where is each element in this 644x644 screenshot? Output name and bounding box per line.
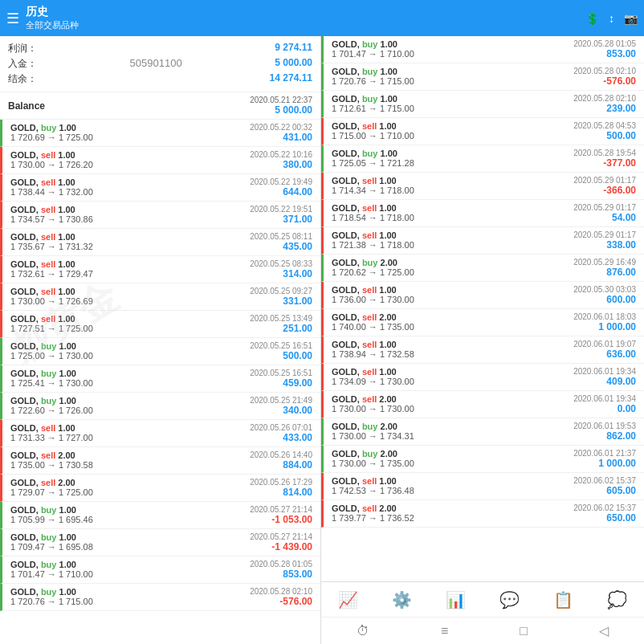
menu-icon[interactable]: ☰: [6, 10, 19, 27]
trade-item[interactable]: GOLD, sell 2.00 1 740.00 → 1 735.00 2020…: [321, 309, 644, 336]
header-subtitle: 全部交易品种: [26, 19, 579, 31]
trade-right: 2020.05.26 17:29 814.00: [250, 478, 312, 498]
nav-settings-icon[interactable]: ⚙️: [392, 590, 412, 609]
profit-value: 9 274.11: [275, 42, 312, 55]
trade-item[interactable]: GOLD, buy 1.00 1 712.61 → 1 715.00 2020.…: [321, 91, 644, 118]
trade-type: GOLD, buy 1.00: [10, 532, 93, 542]
sort-icon[interactable]: ↕: [609, 12, 614, 25]
trade-item[interactable]: GOLD, buy 1.00 1 720.76 → 1 715.00 2020.…: [321, 63, 644, 91]
trade-item[interactable]: GOLD, sell 1.00 1 721.38 → 1 718.00 2020…: [321, 227, 644, 255]
trade-prices: 1 730.00 → 1 726.69: [10, 296, 93, 306]
trade-prices: 1 709.47 → 1 695.08: [10, 542, 93, 552]
trade-right: 2020.05.26 07:01 433.00: [250, 423, 312, 443]
trade-left: GOLD, buy 2.00 1 730.00 → 1 735.00: [332, 449, 414, 468]
trade-profit: -1 053.00: [250, 514, 312, 525]
trade-prices: 1 727.51 → 1 725.00: [10, 324, 93, 333]
trade-prices: 1 718.54 → 1 718.00: [332, 213, 414, 222]
trade-type: GOLD, sell 1.00: [332, 121, 414, 131]
trade-item[interactable]: GOLD, sell 1.00 1 718.54 → 1 718.00 2020…: [321, 200, 644, 227]
trade-prices: 1 734.09 → 1 730.00: [332, 377, 414, 386]
trade-item[interactable]: GOLD, sell 1.00 1 734.09 → 1 730.00 2020…: [321, 364, 644, 391]
nav-analytics-icon[interactable]: 📊: [446, 590, 466, 609]
dollar-icon[interactable]: 💲: [585, 12, 599, 25]
trade-item[interactable]: GOLD, sell 1.00 1 732.61 → 1 729.47 2020…: [0, 256, 320, 283]
trade-prices: 1 732.61 → 1 729.47: [10, 269, 93, 279]
sub-nav-window-icon[interactable]: □: [520, 624, 528, 638]
nav-chart-icon[interactable]: 📈: [338, 590, 358, 609]
trade-item[interactable]: GOLD, buy 1.00 1 725.05 → 1 721.28 2020.…: [321, 145, 644, 173]
trade-item[interactable]: GOLD, buy 1.00 1 722.60 → 1 726.00 2020.…: [0, 393, 320, 420]
trade-item[interactable]: GOLD, sell 1.00 1 730.00 → 1 726.69 2020…: [0, 283, 320, 311]
trade-left: GOLD, sell 1.00 1 730.00 → 1 726.20: [10, 150, 93, 169]
trade-right: 2020.06.01 18:03 1 000.00: [573, 312, 636, 332]
left-trade-list[interactable]: GOLD, buy 1.00 1 720.69 → 1 725.00 2020.…: [0, 120, 320, 644]
trade-right: 2020.05.28 04:53 500.00: [573, 121, 636, 141]
trade-item[interactable]: GOLD, sell 2.00 1 730.00 → 1 730.00 2020…: [321, 391, 644, 418]
trade-date: 2020.05.29 01:17: [573, 176, 636, 185]
trade-type: GOLD, buy 1.00: [332, 94, 414, 104]
right-panel: GOLD, buy 1.00 1 701.47 → 1 710.00 2020.…: [321, 36, 644, 644]
trade-item[interactable]: GOLD, buy 1.00 1 701.47 → 1 710.00 2020.…: [321, 36, 644, 63]
trade-left: GOLD, buy 1.00 1 709.47 → 1 695.08: [10, 532, 93, 552]
trade-item[interactable]: GOLD, buy 1.00 1 701.47 → 1 710.00 2020.…: [0, 556, 320, 584]
trade-prices: 1 720.76 → 1 715.00: [10, 597, 93, 606]
trade-profit: 853.00: [573, 48, 636, 59]
sub-nav-back-icon[interactable]: ◁: [599, 623, 609, 638]
trade-date: 2020.05.27 21:14: [250, 532, 312, 541]
trade-profit: -377.00: [573, 157, 636, 169]
trade-item[interactable]: GOLD, buy 2.00 1 730.00 → 1 735.00 2020.…: [321, 446, 644, 473]
trade-item[interactable]: GOLD, buy 1.00 1 725.00 → 1 730.00 2020.…: [0, 338, 320, 365]
trade-left: GOLD, sell 2.00 1 739.77 → 1 736.52: [332, 503, 414, 523]
trade-item[interactable]: GOLD, buy 2.00 1 720.62 → 1 725.00 2020.…: [321, 255, 644, 282]
trade-prices: 1 735.67 → 1 731.32: [10, 242, 93, 251]
trade-type: GOLD, sell 2.00: [332, 394, 414, 404]
nav-message-icon[interactable]: 💬: [499, 590, 520, 609]
trade-item[interactable]: GOLD, sell 2.00 1 735.00 → 1 730.58 2020…: [0, 447, 320, 475]
trade-item[interactable]: GOLD, buy 1.00 1 720.69 → 1 725.00 2020.…: [0, 120, 320, 147]
nav-chat-icon[interactable]: 💭: [607, 590, 627, 609]
trade-left: GOLD, sell 1.00 1 727.51 → 1 725.00: [10, 314, 93, 333]
trade-item[interactable]: GOLD, buy 1.00 1 720.76 → 1 715.00 2020.…: [0, 584, 320, 611]
trade-item[interactable]: GOLD, buy 1.00 1 705.99 → 1 695.46 2020.…: [0, 502, 320, 529]
trade-item[interactable]: GOLD, sell 1.00 1 738.44 → 1 732.00 2020…: [0, 174, 320, 202]
trade-date: 2020.05.28 19:54: [573, 149, 636, 157]
trade-left: GOLD, sell 1.00 1 715.00 → 1 710.00: [332, 121, 414, 141]
trade-left: GOLD, sell 2.00 1 730.00 → 1 730.00: [332, 394, 414, 414]
trade-item[interactable]: GOLD, sell 1.00 1 727.51 → 1 725.00 2020…: [0, 311, 320, 338]
header: ☰ 历史 全部交易品种 💲 ↕ 📷: [0, 0, 644, 36]
trade-prices: 1 725.05 → 1 721.28: [332, 158, 414, 168]
trade-item[interactable]: GOLD, sell 1.00 1 715.00 → 1 710.00 2020…: [321, 118, 644, 145]
trade-item[interactable]: GOLD, buy 1.00 1 725.41 → 1 730.00 2020.…: [0, 365, 320, 393]
nav-news-icon[interactable]: 📋: [553, 590, 573, 609]
camera-icon[interactable]: 📷: [624, 12, 638, 25]
sub-nav-menu-icon[interactable]: ≡: [441, 624, 448, 638]
trade-item[interactable]: GOLD, buy 1.00 1 709.47 → 1 695.08 2020.…: [0, 529, 320, 556]
trade-item[interactable]: GOLD, sell 1.00 1 714.34 → 1 718.00 2020…: [321, 173, 644, 200]
trade-type: GOLD, sell 1.00: [10, 423, 93, 433]
trade-item[interactable]: GOLD, buy 2.00 1 730.00 → 1 734.31 2020.…: [321, 418, 644, 446]
right-trade-list[interactable]: GOLD, buy 1.00 1 701.47 → 1 710.00 2020.…: [321, 36, 644, 581]
trade-item[interactable]: GOLD, sell 1.00 1 738.94 → 1 732.58 2020…: [321, 336, 644, 364]
deposit-row: 入金： 505901100 5 000.00: [8, 56, 312, 71]
trade-date: 2020.05.26 07:01: [250, 423, 312, 432]
trade-item[interactable]: GOLD, sell 1.00 1 731.33 → 1 727.00 2020…: [0, 420, 320, 447]
trade-prices: 1 722.60 → 1 726.00: [10, 406, 93, 415]
trade-prices: 1 739.77 → 1 736.52: [332, 513, 414, 523]
trade-prices: 1 720.69 → 1 725.00: [10, 132, 93, 142]
trade-right: 2020.05.22 00:32 431.00: [250, 123, 312, 143]
sub-nav-history-icon[interactable]: ⏱: [357, 624, 369, 638]
trade-item[interactable]: GOLD, sell 1.00 1 742.53 → 1 736.48 2020…: [321, 473, 644, 500]
trade-left: GOLD, sell 1.00 1 721.38 → 1 718.00: [332, 230, 414, 250]
trade-left: GOLD, buy 1.00 1 725.00 → 1 730.00: [10, 341, 93, 361]
trade-item[interactable]: GOLD, sell 1.00 1 735.67 → 1 731.32 2020…: [0, 229, 320, 256]
trade-item[interactable]: GOLD, sell 2.00 1 739.77 → 1 736.52 2020…: [321, 500, 644, 528]
trade-type: GOLD, buy 1.00: [10, 505, 93, 515]
trade-type: GOLD, buy 1.00: [10, 369, 93, 378]
trade-type: GOLD, buy 2.00: [332, 449, 414, 459]
trade-item[interactable]: GOLD, sell 1.00 1 736.00 → 1 730.00 2020…: [321, 282, 644, 309]
trade-item[interactable]: GOLD, sell 1.00 1 734.57 → 1 730.86 2020…: [0, 202, 320, 229]
trade-right: 2020.05.28 01:05 853.00: [573, 39, 636, 59]
trade-item[interactable]: GOLD, sell 2.00 1 729.07 → 1 725.00 2020…: [0, 475, 320, 502]
trade-profit: 338.00: [573, 239, 636, 251]
trade-item[interactable]: GOLD, sell 1.00 1 730.00 → 1 726.20 2020…: [0, 147, 320, 174]
